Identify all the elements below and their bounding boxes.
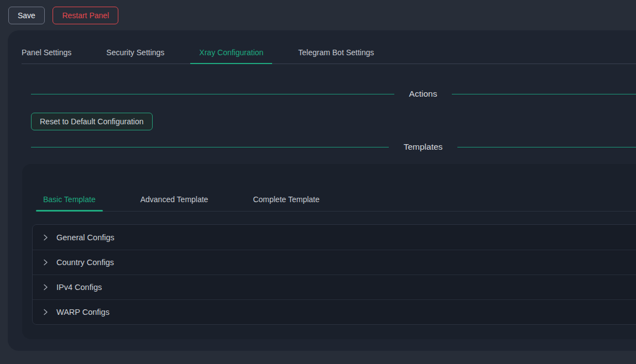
template-tab-bar: Basic Template Advanced Template Complet… — [43, 195, 636, 212]
tab-telegram-bot-settings[interactable]: Telegram Bot Settings — [298, 48, 374, 64]
settings-tab-bar: Panel Settings Security Settings Xray Co… — [22, 48, 636, 64]
chevron-right-icon — [41, 234, 49, 241]
templates-divider-label: Templates — [404, 141, 443, 152]
collapse-row-label: Country Configs — [56, 258, 114, 267]
restart-panel-button[interactable]: Restart Panel — [53, 7, 118, 24]
chevron-right-icon — [41, 283, 49, 291]
collapse-row-country-configs[interactable]: Country Configs — [33, 250, 636, 275]
collapse-row-ipv4-configs[interactable]: IPv4 Configs — [33, 275, 636, 299]
collapse-row-warp-configs[interactable]: WARP Configs — [33, 299, 636, 324]
reset-default-configuration-button[interactable]: Reset to Default Configuration — [31, 113, 153, 130]
tab-basic-template[interactable]: Basic Template — [43, 195, 96, 211]
tab-advanced-template[interactable]: Advanced Template — [140, 195, 208, 211]
save-button[interactable]: Save — [8, 7, 45, 24]
settings-card: Panel Settings Security Settings Xray Co… — [8, 30, 636, 351]
collapse-row-label: IPv4 Configs — [56, 283, 102, 292]
actions-divider-label: Actions — [409, 88, 437, 99]
collapse-row-general-configs[interactable]: General Configs — [33, 225, 636, 250]
tab-complete-template[interactable]: Complete Template — [253, 195, 319, 211]
collapse-row-label: WARP Configs — [56, 308, 110, 316]
top-toolbar: Save Restart Panel — [0, 0, 636, 30]
tab-panel-settings[interactable]: Panel Settings — [22, 48, 71, 64]
templates-divider: Templates — [31, 141, 636, 152]
templates-card: Basic Template Advanced Template Complet… — [22, 164, 636, 339]
actions-divider: Actions — [31, 88, 636, 99]
tab-security-settings[interactable]: Security Settings — [106, 48, 164, 64]
chevron-right-icon — [41, 259, 49, 266]
collapse-row-label: General Configs — [56, 233, 114, 242]
chevron-right-icon — [41, 308, 49, 316]
template-config-collapse: General Configs Country Configs IPv4 Con… — [32, 224, 636, 325]
tab-xray-configuration[interactable]: Xray Configuration — [199, 48, 263, 64]
